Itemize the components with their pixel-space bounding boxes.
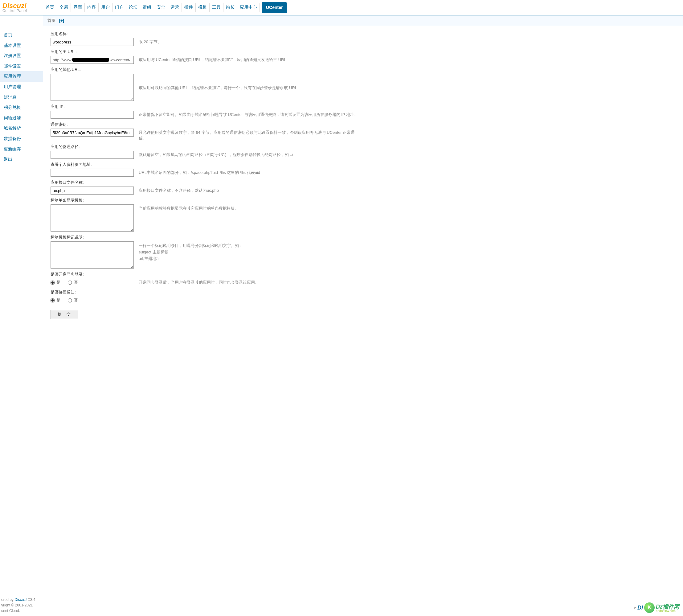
sidebar-item-word-filter[interactable]: 词语过滤 [0, 113, 43, 123]
topnav-global[interactable]: 全局 [57, 3, 71, 12]
sidebar-item-credits[interactable]: 积分兑换 [0, 102, 43, 113]
main-url-label: 应用的主 URL: [50, 49, 676, 54]
sidebar-item-app-manage[interactable]: 应用管理 [0, 71, 43, 82]
sidebar-item-message[interactable]: 短消息 [0, 92, 43, 103]
breadcrumb-home[interactable]: 首页 [47, 18, 55, 23]
sync-login-label: 是否开启同步登录: [50, 272, 676, 277]
sidebar-item-domain-resolve[interactable]: 域名解析 [0, 123, 43, 133]
profile-url-input[interactable] [50, 169, 134, 177]
top-navigation: 首页 全局 界面 内容 用户 门户 论坛 群组 安全 运营 插件 模板 工具 站… [43, 2, 287, 13]
sync-login-no-radio[interactable] [68, 280, 72, 285]
sync-login-yes[interactable]: 是 [50, 280, 61, 285]
logo: Discuz! Control Panel [0, 2, 43, 13]
sidebar-item-logout[interactable]: 退出 [0, 154, 43, 164]
api-file-help: 应用接口文件名称，不含路径，默认为uc.php [139, 186, 361, 193]
app-name-label: 应用名称: [50, 31, 676, 37]
phys-path-input[interactable] [50, 151, 134, 159]
breadcrumb-add-icon[interactable]: [+] [59, 18, 64, 23]
sync-login-help: 开启同步登录后，当用户在登录其他应用时，同时也会登录该应用。 [139, 279, 361, 285]
extra-urls-help: 该应用可以访问的其他 URL，结尾请不要加"/"，每行一个，只有在同步登录是请求… [139, 84, 361, 91]
sync-login-yes-radio[interactable] [50, 280, 55, 285]
topnav-content[interactable]: 内容 [85, 3, 99, 12]
sidebar-item-home[interactable]: 首页 [0, 30, 43, 40]
main-url-redacted [72, 58, 109, 62]
api-file-label: 应用接口文件名称: [50, 180, 676, 185]
tag-template-help: 当前应用的标签数据显示在其它应用时的单条数据模板。 [139, 204, 361, 211]
phys-path-help: 默认请留空，如果填写的为相对路径（相对于UC），程序会自动转换为绝对路径，如 .… [139, 151, 361, 157]
accept-notify-yes-radio[interactable] [50, 298, 55, 303]
tag-template-label: 标签单条显示模板: [50, 198, 676, 203]
sidebar-item-cache-update[interactable]: 更新缓存 [0, 144, 43, 154]
tag-help-line2: subject,主题标题 [139, 249, 361, 256]
tag-template-textarea[interactable] [50, 204, 134, 232]
topnav-appcenter[interactable]: 应用中心 [237, 3, 260, 12]
main-url-value-prefix: http://www [53, 58, 71, 62]
topnav-security[interactable]: 安全 [154, 3, 168, 12]
profile-url-label: 查看个人资料页面地址: [50, 162, 676, 168]
extra-urls-textarea[interactable] [50, 74, 134, 101]
topnav-tools[interactable]: 工具 [210, 3, 224, 12]
breadcrumb: 首页 [+] [43, 16, 683, 26]
tag-help-line3: url,主题地址 [139, 256, 361, 262]
topnav-interface[interactable]: 界面 [71, 3, 85, 12]
topnav-ucenter[interactable]: UCenter [262, 2, 287, 13]
sync-login-no[interactable]: 否 [68, 280, 78, 285]
sync-login-radio-group: 是 否 [50, 279, 134, 286]
main-url-input[interactable]: http://www wp-content/ [50, 56, 134, 64]
topnav-webmaster[interactable]: 站长 [224, 3, 237, 12]
extra-urls-label: 应用的其他 URL: [50, 67, 676, 72]
tag-help-label: 标签模板标记说明: [50, 235, 676, 240]
sidebar-item-backup[interactable]: 数据备份 [0, 133, 43, 144]
app-name-help: 限 20 字节。 [139, 38, 361, 45]
accept-notify-radio-group: 是 否 [50, 296, 676, 304]
topnav-portal[interactable]: 门户 [113, 3, 127, 12]
tag-help-help: 一行一个标记说明条目，用逗号分割标记和说明文字。如： subject,主题标题 … [139, 241, 361, 262]
phys-path-label: 应用的物理路径: [50, 144, 676, 150]
main-url-value-suffix: wp-content/ [110, 58, 130, 62]
main-form: 应用名称: 限 20 字节。 应用的主 URL: http://www wp-c… [43, 26, 683, 337]
app-name-input[interactable] [50, 38, 134, 46]
topnav-group[interactable]: 群组 [140, 3, 154, 12]
topnav-user[interactable]: 用户 [99, 3, 113, 12]
main-url-help: 该应用与 UCenter 通信的接口 URL，结尾请不要加"/"，应用的通知只发… [139, 56, 361, 63]
topnav-forum[interactable]: 论坛 [127, 3, 140, 12]
sidebar-item-register-settings[interactable]: 注册设置 [0, 50, 43, 61]
sidebar-item-basic-settings[interactable]: 基本设置 [0, 40, 43, 51]
sidebar-item-email-settings[interactable]: 邮件设置 [0, 61, 43, 71]
topnav-template[interactable]: 模板 [196, 3, 210, 12]
tag-help-textarea[interactable] [50, 241, 134, 268]
app-ip-input[interactable] [50, 111, 134, 119]
sidebar-item-user-manage[interactable]: 用户管理 [0, 82, 43, 92]
profile-url-help: URL中域名后面的部分，如：/space.php?uid=%s 这里的 %s 代… [139, 169, 361, 175]
tag-help-line1: 一行一个标记说明条目，用逗号分割标记和说明文字。如： [139, 243, 361, 249]
comm-key-label: 通信密钥: [50, 122, 676, 127]
submit-button[interactable]: 提 交 [50, 310, 78, 319]
topbar: Discuz! Control Panel 首页 全局 界面 内容 用户 门户 … [0, 0, 683, 16]
logo-subtitle: Control Panel [2, 9, 43, 13]
topnav-home[interactable]: 首页 [43, 3, 57, 12]
topnav-plugin[interactable]: 插件 [182, 3, 196, 12]
accept-notify-label: 是否接受通知: [50, 289, 676, 295]
comm-key-help: 只允许使用英文字母及数字，限 64 字节。应用端的通信密钥必须与此设置保持一致，… [139, 129, 361, 141]
topnav-operation[interactable]: 运营 [168, 3, 182, 12]
app-ip-label: 应用 IP: [50, 104, 676, 109]
accept-notify-no-radio[interactable] [68, 298, 72, 303]
sidebar: 首页 基本设置 注册设置 邮件设置 应用管理 用户管理 短消息 积分兑换 词语过… [0, 26, 43, 337]
api-file-input[interactable] [50, 186, 134, 195]
app-ip-help: 正常情况下留空即可。如果由于域名解析问题导致 UCenter 与该应用通信失败，… [139, 111, 361, 117]
accept-notify-no[interactable]: 否 [68, 298, 78, 303]
accept-notify-yes[interactable]: 是 [50, 298, 61, 303]
comm-key-input[interactable] [50, 129, 134, 137]
